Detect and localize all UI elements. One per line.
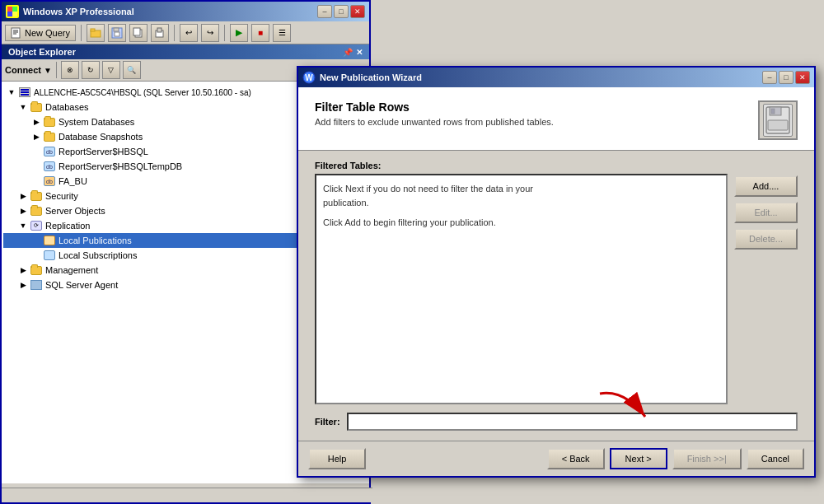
rs-expand[interactable] bbox=[30, 145, 43, 158]
wizard-heading: Filter Table Rows bbox=[315, 100, 554, 114]
server-objects-label: Server Objects bbox=[45, 206, 105, 216]
security-label: Security bbox=[45, 191, 78, 201]
local-sub-expand[interactable] bbox=[30, 249, 43, 262]
svg-rect-16 bbox=[157, 28, 162, 32]
local-subscriptions-label: Local Subscriptions bbox=[59, 250, 137, 260]
wizard-minimize-button[interactable]: – bbox=[762, 71, 777, 84]
local-publications-label: Local Publications bbox=[59, 236, 132, 245]
paste-button[interactable] bbox=[151, 24, 169, 42]
reportserver-hbsql-label: ReportServer$HBSQL bbox=[59, 147, 148, 156]
open-file-button[interactable] bbox=[87, 24, 105, 42]
svg-rect-21 bbox=[771, 109, 775, 114]
wizard-content: Filter Table Rows Add filters to exclude… bbox=[298, 87, 814, 476]
panel-close-icon[interactable]: ✕ bbox=[356, 48, 363, 57]
stop-button[interactable]: ■ bbox=[251, 24, 269, 42]
rs-temp-expand[interactable] bbox=[30, 160, 43, 173]
wizard-header-text: Filter Table Rows Add filters to exclude… bbox=[315, 100, 554, 127]
delete-filter-button[interactable]: Delete... bbox=[734, 228, 798, 250]
wizard-body: Filtered Tables: Click Next if you do no… bbox=[298, 151, 814, 441]
svg-text:W: W bbox=[305, 73, 313, 82]
new-query-button[interactable]: New Query bbox=[5, 25, 76, 41]
help-button[interactable]: Help bbox=[308, 448, 366, 469]
close-button[interactable]: ✕ bbox=[350, 5, 365, 18]
object-explorer-label: Object Explorer bbox=[8, 47, 76, 57]
management-label: Management bbox=[45, 265, 98, 275]
wizard-header: Filter Table Rows Add filters to exclude… bbox=[298, 87, 814, 151]
filtered-tables-label: Filtered Tables: bbox=[315, 161, 798, 170]
filter-table-container: Click Next if you do not need to filter … bbox=[315, 174, 798, 404]
listbox-line-1: Click Next if you do not need to filter … bbox=[323, 182, 719, 196]
server-node-label: ALLENCHE-A5C5C4\HBSQL (SQL Server 10.50.… bbox=[34, 88, 251, 97]
main-window-icon bbox=[6, 5, 19, 18]
wizard-title-text: New Publication Wizard bbox=[320, 72, 762, 82]
filter-input[interactable] bbox=[347, 413, 798, 431]
listbox-line-2: publication. bbox=[323, 196, 719, 210]
execute-button[interactable]: ▶ bbox=[230, 24, 248, 42]
main-toolbar: New Query bbox=[2, 21, 369, 44]
edit-filter-button[interactable]: Edit... bbox=[734, 202, 798, 223]
wizard-subheading: Add filters to exclude unwanted rows fro… bbox=[315, 117, 554, 127]
databases-expand[interactable]: ▼ bbox=[16, 100, 30, 114]
replication-label: Replication bbox=[45, 221, 90, 231]
server-objects-expand[interactable]: ▶ bbox=[16, 204, 30, 217]
back-button[interactable]: < Back bbox=[547, 448, 605, 469]
disconnect-button[interactable]: ⊗ bbox=[61, 61, 79, 79]
local-pub-expand[interactable] bbox=[30, 234, 43, 247]
svg-rect-12 bbox=[115, 32, 119, 36]
reportserver-tempdb-label: ReportServer$HBSQLTempDB bbox=[59, 161, 182, 171]
connect-label: Connect bbox=[5, 65, 41, 75]
replication-expand[interactable]: ▼ bbox=[16, 219, 30, 232]
connect-dropdown-arrow[interactable]: ▼ bbox=[44, 66, 52, 75]
server-icon bbox=[18, 86, 31, 99]
local-publications-icon bbox=[43, 234, 56, 247]
reportserver-tempdb-icon: db bbox=[43, 160, 56, 173]
object-explorer-filter-button[interactable]: 🔍 bbox=[123, 61, 141, 79]
panel-pin-icon[interactable]: 📌 bbox=[343, 48, 353, 57]
management-expand[interactable]: ▶ bbox=[16, 264, 30, 277]
server-expand-icon[interactable]: ▼ bbox=[5, 86, 18, 99]
sql-agent-expand[interactable]: ▶ bbox=[16, 278, 30, 292]
redo-button[interactable]: ↪ bbox=[201, 24, 219, 42]
next-button[interactable]: Next > bbox=[610, 448, 667, 469]
fa-bu-label: FA_BU bbox=[59, 176, 87, 186]
replication-icon: ⟳ bbox=[30, 219, 43, 232]
fa-bu-expand[interactable] bbox=[30, 175, 43, 188]
finish-button[interactable]: Finish >>| bbox=[672, 448, 742, 469]
local-subscriptions-icon bbox=[43, 249, 56, 262]
filter-label: Filter: bbox=[315, 417, 340, 427]
wizard-maximize-button[interactable]: □ bbox=[779, 71, 794, 84]
undo-button[interactable]: ↩ bbox=[180, 24, 198, 42]
svg-rect-0 bbox=[7, 7, 12, 12]
wizard-footer: Help < Back Next > Finish >>| Cancel bbox=[298, 441, 814, 476]
wizard-title-bar: W New Publication Wizard – □ ✕ bbox=[298, 68, 814, 87]
wizard-close-button[interactable]: ✕ bbox=[795, 71, 810, 84]
add-filter-button[interactable]: Add.... bbox=[734, 175, 798, 197]
security-folder-icon bbox=[30, 189, 43, 203]
toolbar-separator-3 bbox=[224, 25, 225, 41]
filtered-tables-listbox[interactable]: Click Next if you do not need to filter … bbox=[315, 174, 728, 404]
db-snapshots-label: Database Snapshots bbox=[59, 132, 143, 142]
minimize-button[interactable]: – bbox=[317, 5, 332, 18]
filter-row: Filter: bbox=[315, 413, 798, 431]
wizard-header-icon bbox=[758, 100, 798, 140]
listbox-line-3: Click Add to begin filtering your public… bbox=[323, 216, 719, 230]
copy-button[interactable] bbox=[129, 24, 147, 42]
filter-button[interactable]: ▽ bbox=[102, 61, 120, 79]
title-bar-buttons: – □ ✕ bbox=[317, 5, 365, 18]
db-snapshots-icon bbox=[43, 130, 56, 143]
db-snap-expand[interactable]: ▶ bbox=[30, 130, 43, 143]
connect-sep bbox=[56, 62, 57, 78]
results-button[interactable]: ☰ bbox=[273, 24, 291, 42]
svg-rect-3 bbox=[12, 12, 17, 16]
navigation-buttons: < Back Next > Finish >>| Cancel bbox=[547, 448, 804, 469]
toolbar-separator-2 bbox=[174, 25, 175, 41]
filter-action-buttons: Add.... Edit... Delete... bbox=[734, 174, 798, 404]
security-expand[interactable]: ▶ bbox=[16, 189, 30, 203]
cancel-button[interactable]: Cancel bbox=[747, 448, 804, 469]
maximize-button[interactable]: □ bbox=[334, 5, 349, 18]
save-button[interactable] bbox=[108, 24, 126, 42]
system-db-expand[interactable]: ▶ bbox=[30, 115, 43, 128]
status-bar bbox=[2, 488, 372, 502]
refresh-button[interactable]: ↻ bbox=[82, 61, 100, 79]
svg-rect-14 bbox=[133, 28, 140, 35]
